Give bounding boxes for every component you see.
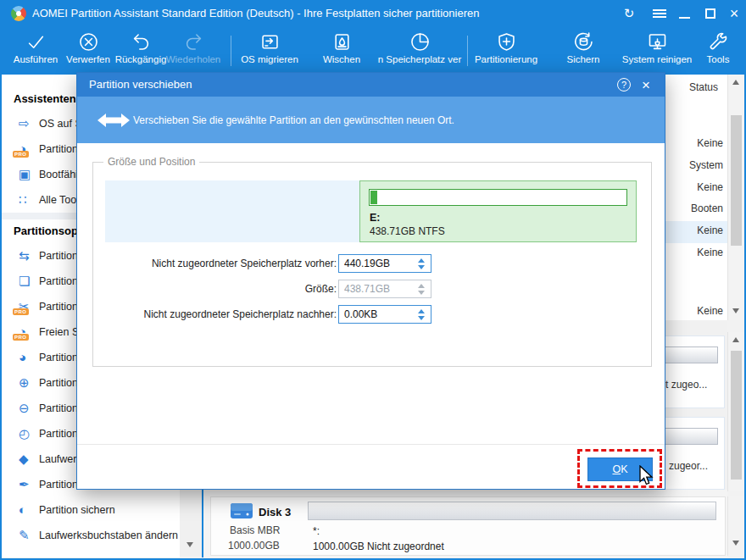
delete-partition-icon: ⊖ <box>19 402 39 415</box>
execute-button[interactable]: Ausführen <box>6 30 65 73</box>
move-arrow-icon <box>97 113 130 128</box>
clean-system-button[interactable]: System reinigen <box>613 30 701 73</box>
tools-button[interactable]: Tools <box>695 30 741 73</box>
partition-caption: t zugeo... <box>665 379 707 391</box>
wipe-button[interactable]: Wischen <box>308 30 376 73</box>
help-icon[interactable]: ? <box>617 78 631 91</box>
undo-icon <box>130 30 153 53</box>
move-partition-dialog: Partition verschieben ? × Verschieben Si… <box>76 72 665 490</box>
dialog-close-icon[interactable]: × <box>637 75 654 96</box>
wipe-disk-icon <box>331 30 354 53</box>
scroll-down-icon[interactable] <box>186 542 193 547</box>
status-column-header[interactable]: Status <box>689 81 718 93</box>
scrollbar-thumb[interactable] <box>731 351 742 480</box>
partition-e-block: E: 438.71GB NTFS <box>359 180 637 242</box>
check-partition-icon: ◕ <box>19 351 39 364</box>
scroll-up-icon[interactable] <box>732 337 739 342</box>
clean-system-icon <box>646 30 669 53</box>
spin-down-icon[interactable] <box>418 316 425 320</box>
toolbar: Ausführen Verwerfen Rückgängig Wiederhol… <box>0 27 746 75</box>
mouse-cursor <box>638 465 654 487</box>
migrate-os-button[interactable]: OS migrieren <box>232 30 307 73</box>
wipe-partition-icon: ✒ <box>19 478 39 491</box>
partition-bar <box>660 428 718 445</box>
disk3-partition-label: *: <box>313 525 320 537</box>
discard-icon <box>77 30 100 53</box>
redo-button: Wiederholen <box>160 30 226 73</box>
toolbar-separator <box>231 36 231 66</box>
copy-partition-icon: ❏ <box>19 274 39 288</box>
unallocated-space-block <box>105 180 359 242</box>
change-letter-icon: ✎ <box>19 529 39 542</box>
space-after-input[interactable] <box>339 306 412 323</box>
partition-shield-icon <box>495 30 518 53</box>
refresh-icon[interactable]: ↻ <box>617 0 641 27</box>
space-before-spinbox[interactable] <box>338 254 431 273</box>
disk3-name: Disk 3 <box>259 506 291 518</box>
migrate-os-icon: ⇨ <box>19 117 39 130</box>
backup-icon <box>572 30 595 53</box>
disk3-size: 1000.00GB <box>228 540 280 552</box>
dialog-title: Partition verschieben <box>89 73 192 97</box>
drive-label-icon: ◆ <box>19 452 39 466</box>
resize-partition-icon: ⇆ <box>19 249 39 263</box>
size-input <box>339 280 412 297</box>
partition-size-info: 438.71GB NTFS <box>370 225 445 237</box>
pro-badge: PRO <box>13 308 29 315</box>
disk-icon <box>230 502 253 519</box>
bootable-media-icon: ▣ <box>19 168 39 181</box>
minimize-icon[interactable] <box>673 0 697 27</box>
partitioning-button[interactable]: Partitionierung <box>464 30 548 73</box>
disk3-type: Basis MBR <box>230 524 280 536</box>
scroll-down-icon[interactable] <box>732 308 739 313</box>
spin-down-icon[interactable] <box>418 265 425 269</box>
tools-wrench-icon <box>707 30 730 53</box>
spin-down-icon <box>418 291 425 295</box>
allocate-space-button[interactable]: n Speicherplatz ver <box>369 30 470 73</box>
bottom-scrollbar[interactable] <box>727 496 743 556</box>
partition-caption: zugeor... <box>669 460 708 472</box>
close-icon[interactable]: × <box>722 0 746 27</box>
format-partition-icon: ◴ <box>19 427 39 441</box>
app-window: AOMEI Partition Assistant Standard Editi… <box>0 0 746 560</box>
spin-up-icon[interactable] <box>418 258 425 263</box>
size-label: Größe: <box>94 280 337 298</box>
backup-partition-icon: ◐ <box>19 503 39 517</box>
migrate-os-icon <box>259 30 281 53</box>
disk3-panel[interactable]: Disk 3 Basis MBR 1000.00GB *: 1000.00GB … <box>210 496 726 556</box>
create-partition-icon: ⊕ <box>19 376 39 390</box>
table-scrollbar[interactable] <box>727 75 743 320</box>
space-before-input[interactable] <box>339 255 412 272</box>
dialog-banner: Verschieben Sie die gewählte Partition a… <box>77 97 665 143</box>
allocate-space-icon <box>409 30 431 53</box>
pro-badge: PRO <box>13 151 29 158</box>
disk3-unallocated-bar[interactable] <box>308 502 716 520</box>
scroll-up-icon[interactable] <box>732 80 739 85</box>
dialog-header: Partition verschieben ? × <box>77 73 665 97</box>
pro-badge: PRO <box>13 334 29 341</box>
spin-up-icon <box>418 284 425 288</box>
window-border <box>0 0 2 560</box>
spin-up-icon[interactable] <box>418 309 425 313</box>
all-tools-icon: ∷ <box>19 193 39 207</box>
overview-scrollbar[interactable] <box>727 332 743 491</box>
menu-icon[interactable] <box>648 0 671 27</box>
sidebar-item[interactable]: ◐ Partition sichern <box>2 497 180 523</box>
execute-check-icon <box>25 30 47 53</box>
window-title: AOMEI Partition Assistant Standard Editi… <box>32 0 479 27</box>
backup-button[interactable]: Sichern <box>549 30 617 73</box>
maximize-icon[interactable] <box>699 0 722 27</box>
partition-slider-fill <box>370 191 377 204</box>
sidebar-item[interactable]: ✎ Laufwerksbuchstaben ändern <box>2 523 180 548</box>
partition-bar <box>660 347 718 363</box>
partition-slider[interactable] <box>369 189 627 206</box>
scrollbar-thumb[interactable] <box>731 115 742 246</box>
partition-letter: E: <box>370 212 381 224</box>
title-bar: AOMEI Partition Assistant Standard Editi… <box>0 0 746 27</box>
scroll-down-icon[interactable] <box>732 541 739 546</box>
space-after-spinbox[interactable] <box>338 305 431 324</box>
redo-icon <box>182 30 205 53</box>
dialog-separator <box>77 444 665 445</box>
disk3-partition-info: 1000.00GB Nicht zugeordnet <box>313 541 444 552</box>
space-after-label: Nicht zugeordneter Speicherplatz nachher… <box>94 305 337 324</box>
